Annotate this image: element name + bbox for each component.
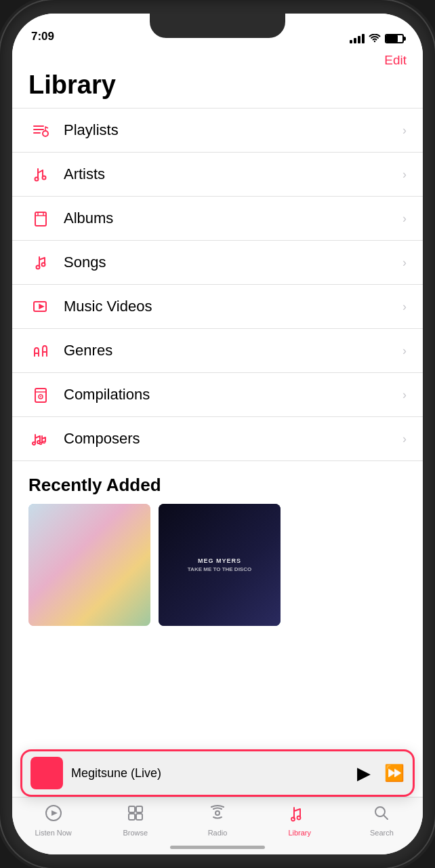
tab-browse-label: Browse [123,829,148,837]
compilations-icon [28,382,53,407]
home-indicator [170,846,265,849]
genres-label: Genres [64,342,402,359]
search-icon [373,804,390,826]
songs-label: Songs [64,254,402,271]
mini-player-art [30,757,63,789]
content-area: Edit Library Playlists › [12,47,423,797]
svg-point-12 [40,443,42,445]
tab-library-label: Library [288,829,311,837]
svg-point-4 [37,266,40,269]
tab-radio[interactable]: Radio [176,804,258,837]
svg-point-20 [297,816,301,820]
tab-search[interactable]: Search [341,804,423,837]
svg-rect-17 [129,814,135,820]
albums-chevron: › [402,212,407,226]
tab-library[interactable]: Library [259,804,341,837]
compilations-label: Compilations [64,386,402,403]
listen-now-icon [45,804,62,826]
music-videos-chevron: › [402,300,407,314]
svg-rect-15 [129,806,135,812]
list-item-compilations[interactable]: Compilations › [12,373,423,417]
tab-search-label: Search [370,829,394,837]
signal-icon [350,34,365,43]
tab-listen-now[interactable]: Listen Now [12,804,94,837]
artists-icon [28,162,53,186]
composers-icon [28,427,53,451]
svg-point-10 [33,442,35,445]
svg-rect-16 [136,806,142,812]
header-row: Edit [12,47,423,68]
songs-chevron: › [402,256,407,270]
edit-button[interactable]: Edit [384,53,407,68]
composers-label: Composers [64,430,402,448]
songs-icon [28,250,53,275]
recently-added-title: Recently Added [12,461,423,504]
fast-forward-button[interactable]: ⏩ [384,764,405,783]
library-icon [291,804,308,826]
svg-point-2 [43,176,46,180]
svg-rect-3 [35,212,46,226]
mini-player[interactable]: Megitsune (Live) ▶ ⏩ [20,749,415,797]
library-list: Playlists › Artists › [12,108,423,461]
playlists-label: Playlists [64,121,402,139]
tab-listen-now-label: Listen Now [35,829,71,837]
composers-chevron: › [402,432,407,446]
radio-icon [209,804,226,826]
svg-point-13 [43,441,45,443]
tab-radio-label: Radio [208,829,228,837]
list-item-playlists[interactable]: Playlists › [12,108,423,153]
genres-icon [28,338,53,363]
list-item-songs[interactable]: Songs › [12,241,423,285]
status-icons [350,34,404,43]
svg-point-5 [42,263,45,267]
phone-screen: 7:09 [12,14,423,854]
tab-browse[interactable]: Browse [94,804,176,837]
play-button[interactable]: ▶ [357,763,371,784]
recently-added-grid: MEG MYERS TAKE ME TO THE DISCO [12,504,423,637]
recently-added-album-2[interactable]: MEG MYERS TAKE ME TO THE DISCO [159,504,281,626]
svg-rect-18 [136,814,142,820]
svg-point-9 [40,396,41,397]
svg-point-19 [291,818,295,821]
artists-chevron: › [402,167,407,182]
browse-icon [127,804,144,826]
list-item-artists[interactable]: Artists › [12,153,423,197]
recently-added-album-1[interactable] [28,504,150,626]
svg-rect-7 [35,389,46,402]
playlists-chevron: › [402,123,407,138]
wifi-icon [369,34,381,43]
music-videos-label: Music Videos [64,298,402,315]
mini-player-title: Megitsune (Live) [71,766,357,781]
genres-chevron: › [402,344,407,358]
list-item-albums[interactable]: Albums › [12,197,423,241]
status-time: 7:09 [31,30,54,43]
list-item-genres[interactable]: Genres › [12,329,423,373]
list-item-music-videos[interactable]: Music Videos › [12,285,423,329]
notch [150,14,285,38]
svg-point-1 [35,178,39,181]
albums-icon [28,206,53,231]
artists-label: Artists [64,165,402,183]
svg-point-0 [43,131,48,136]
page-title: Library [12,68,423,108]
phone-frame: 7:09 [0,0,435,868]
list-item-composers[interactable]: Composers › [12,417,423,461]
mini-player-controls: ▶ ⏩ [357,763,405,784]
playlists-icon [28,118,53,142]
music-videos-icon [28,294,53,319]
compilations-chevron: › [402,388,407,402]
battery-icon [385,34,404,43]
albums-label: Albums [64,210,402,227]
